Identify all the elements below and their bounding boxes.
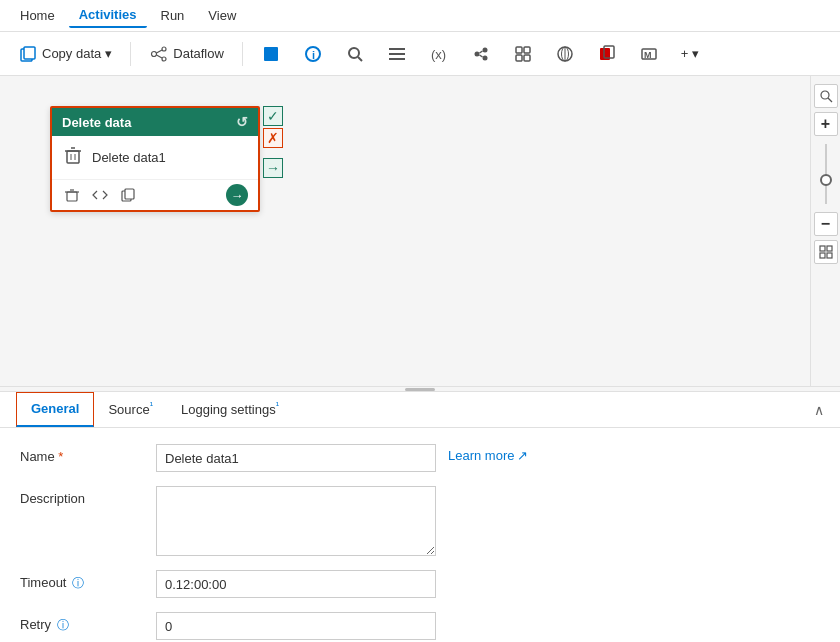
- svg-line-20: [479, 55, 482, 57]
- copy-data-icon: [18, 44, 38, 64]
- svg-point-4: [162, 57, 166, 61]
- footer-right: →: [226, 184, 248, 206]
- copy-icon[interactable]: [118, 185, 138, 205]
- icon-btn-6[interactable]: [463, 40, 499, 68]
- menu-run[interactable]: Run: [151, 4, 195, 27]
- svg-rect-32: [67, 151, 79, 163]
- svg-rect-7: [264, 47, 278, 61]
- icon-btn-7[interactable]: [505, 40, 541, 68]
- description-row: Description: [20, 486, 820, 556]
- timeout-row: Timeout ⓘ: [20, 570, 820, 598]
- icon-btn-9[interactable]: [589, 40, 625, 68]
- icon-btn-3[interactable]: [337, 40, 373, 68]
- timeout-field-container: [156, 570, 820, 598]
- undo-icon[interactable]: ↺: [236, 114, 248, 130]
- activity-footer: →: [52, 179, 258, 210]
- svg-rect-45: [827, 246, 832, 251]
- timeout-input[interactable]: [156, 570, 436, 598]
- zoom-out-btn[interactable]: −: [814, 212, 838, 236]
- code-icon[interactable]: [90, 185, 110, 205]
- activity-header-title: Delete data: [62, 115, 131, 130]
- form-content: Name * Learn more ↗ Description: [0, 428, 840, 642]
- fit-view-btn[interactable]: [814, 240, 838, 264]
- toolbar-separator-1: [130, 42, 131, 66]
- node-side-actions: ✓ ✗ →: [263, 106, 283, 178]
- menu-bar: Home Activities Run View: [0, 0, 840, 32]
- svg-rect-14: [389, 58, 405, 60]
- svg-point-18: [482, 55, 487, 60]
- activity-node[interactable]: Delete data ↺ Delete data1: [50, 106, 260, 212]
- activity-header: Delete data ↺: [52, 108, 258, 136]
- canvas-right-sidebar: + −: [810, 76, 840, 386]
- tab-logging[interactable]: Logging settings¹: [167, 392, 293, 427]
- properties-tabs: General Source¹ Logging settings¹ ∧: [0, 392, 840, 428]
- svg-rect-47: [827, 253, 832, 258]
- svg-point-16: [474, 51, 479, 56]
- name-field-container: Learn more ↗: [156, 444, 820, 472]
- retry-row: Retry ⓘ: [20, 612, 820, 640]
- svg-line-43: [828, 98, 832, 102]
- collapse-panel-btn[interactable]: ∧: [814, 402, 824, 418]
- canvas[interactable]: Delete data ↺ Delete data1: [0, 76, 810, 386]
- menu-activities[interactable]: Activities: [69, 3, 147, 28]
- activity-body: Delete data1: [52, 136, 258, 179]
- svg-point-17: [482, 47, 487, 52]
- svg-rect-13: [389, 53, 405, 55]
- dataflow-button[interactable]: Dataflow: [141, 40, 232, 68]
- svg-point-10: [349, 48, 359, 58]
- description-label: Description: [20, 486, 140, 506]
- svg-point-42: [821, 91, 829, 99]
- toolbar: Copy data ▾ Dataflow i (x): [0, 32, 840, 76]
- menu-home[interactable]: Home: [10, 4, 65, 27]
- name-required: *: [58, 449, 63, 464]
- dataflow-icon: [149, 44, 169, 64]
- name-label: Name *: [20, 444, 140, 464]
- go-button[interactable]: →: [226, 184, 248, 206]
- svg-point-3: [162, 47, 166, 51]
- copy-data-label: Copy data: [42, 46, 101, 61]
- svg-rect-41: [125, 189, 134, 199]
- trash-footer-icon[interactable]: [62, 185, 82, 205]
- tab-source[interactable]: Source¹: [94, 392, 167, 427]
- name-row: Name * Learn more ↗: [20, 444, 820, 472]
- description-field-container: [156, 486, 820, 556]
- svg-rect-46: [820, 253, 825, 258]
- icon-btn-4[interactable]: [379, 40, 415, 68]
- description-input[interactable]: [156, 486, 436, 556]
- retry-input[interactable]: [156, 612, 436, 640]
- svg-line-19: [479, 51, 482, 53]
- svg-line-5: [157, 50, 163, 53]
- name-input[interactable]: [156, 444, 436, 472]
- delete-icon: [62, 144, 84, 171]
- search-sidebar-btn[interactable]: [814, 84, 838, 108]
- icon-btn-2[interactable]: i: [295, 40, 331, 68]
- external-link-icon: ↗: [517, 448, 528, 463]
- timeout-label: Timeout ⓘ: [20, 570, 140, 592]
- retry-info-icon[interactable]: ⓘ: [57, 618, 69, 632]
- more-button[interactable]: + ▾: [673, 42, 707, 65]
- icon-btn-8[interactable]: [547, 40, 583, 68]
- copy-data-chevron[interactable]: ▾: [105, 46, 112, 61]
- timeout-info-icon[interactable]: ⓘ: [72, 576, 84, 590]
- svg-text:(x): (x): [431, 47, 446, 62]
- arrow-right-button[interactable]: →: [263, 158, 283, 178]
- icon-btn-1[interactable]: [253, 40, 289, 68]
- dataflow-label: Dataflow: [173, 46, 224, 61]
- divider-handle: [405, 388, 435, 391]
- svg-rect-1: [24, 47, 35, 59]
- check-button[interactable]: ✓: [263, 106, 283, 126]
- copy-data-button[interactable]: Copy data ▾: [10, 40, 120, 68]
- svg-rect-23: [516, 55, 522, 61]
- svg-rect-24: [524, 55, 530, 61]
- icon-btn-5[interactable]: (x): [421, 40, 457, 68]
- close-button[interactable]: ✗: [263, 128, 283, 148]
- retry-field-container: [156, 612, 820, 640]
- zoom-slider[interactable]: [825, 144, 827, 204]
- svg-rect-44: [820, 246, 825, 251]
- learn-more-link[interactable]: Learn more ↗: [448, 444, 528, 463]
- icon-btn-10[interactable]: M: [631, 40, 667, 68]
- zoom-in-btn[interactable]: +: [814, 112, 838, 136]
- tab-general[interactable]: General: [16, 392, 94, 427]
- menu-view[interactable]: View: [198, 4, 246, 27]
- svg-point-2: [152, 51, 157, 56]
